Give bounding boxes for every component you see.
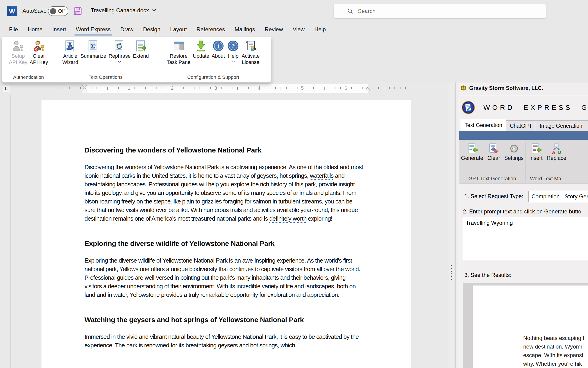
doc-paragraph-2: Exploring the diverse wildlife of Yellow… <box>85 256 363 299</box>
tab-design[interactable]: Design <box>138 22 165 37</box>
tab-mailings[interactable]: Mailings <box>230 22 260 37</box>
svg-text:Σ: Σ <box>90 42 95 50</box>
ruler-number: 1 <box>126 85 132 91</box>
pane-header-bar <box>459 131 588 140</box>
extend-button[interactable]: Extend <box>132 39 150 59</box>
tab-layout[interactable]: Layout <box>165 22 192 37</box>
prompt-instruction-label: 2. Enter prompt text and click on Genera… <box>463 208 581 215</box>
pane-tab-chatgpt[interactable]: ChatGPT <box>506 120 536 131</box>
result-line: Nothing beats escaping t <box>523 334 584 342</box>
about-button[interactable]: i About <box>211 39 226 59</box>
tab-home[interactable]: Home <box>23 22 47 37</box>
update-button[interactable]: Update <box>192 39 211 59</box>
toolbar-group-gpt-text-generation: Generate Clear <box>459 140 525 184</box>
document-content: Discovering the wonders of Yellowstone N… <box>41 100 411 350</box>
tab-view[interactable]: View <box>288 22 309 37</box>
restore-task-pane-button[interactable]: Restore Task Pane <box>166 39 192 65</box>
prompt-input[interactable]: Travelling Wyoning <box>463 217 588 260</box>
ruler-half-ticks <box>64 87 407 90</box>
group-label-text-operations: Text Operations <box>88 74 123 82</box>
tab-review[interactable]: Review <box>260 22 288 37</box>
pane-tab-text-generation[interactable]: Text Generation <box>461 119 506 131</box>
activate-license-button[interactable]: Activate License <box>240 39 261 65</box>
pane-form: 1. Select Request Type: Completion - Sto… <box>459 184 588 368</box>
ab-replace-icon: A B <box>551 143 562 154</box>
summarize-button[interactable]: Σ Summarize <box>79 39 107 59</box>
vendor-name: Gravity Storm Software, LLC. <box>469 85 543 91</box>
tab-stop-selector[interactable]: L <box>3 85 10 92</box>
document-title: Travelling Canada.docx <box>91 7 149 14</box>
help-button[interactable]: ? Help <box>226 39 240 64</box>
search-box[interactable] <box>334 4 546 18</box>
chevron-down-icon[interactable] <box>152 8 156 12</box>
ribbon-group-text-operations: Article Wizard Σ Summarize <box>55 37 156 82</box>
svg-text:A: A <box>552 150 555 154</box>
document-canvas[interactable]: Discovering the wonders of Yellowstone N… <box>41 100 411 368</box>
document-eraser-icon <box>488 143 499 154</box>
right-indent-marker[interactable] <box>365 88 370 92</box>
tab-draw[interactable]: Draw <box>115 22 138 37</box>
ruler-number: 6 <box>343 85 348 91</box>
results-document-preview: Nothing beats escaping t new destination… <box>473 285 588 368</box>
generate-button[interactable]: Generate <box>459 143 485 161</box>
result-line: escape. With its expansi <box>523 351 584 359</box>
document-insert-icon <box>530 143 542 154</box>
toolbar-group-label: Word Text Ma... <box>526 176 570 184</box>
doc-paragraph-3: Immersed in the vivid and vibrant natura… <box>85 332 363 350</box>
indent-marker[interactable] <box>82 83 87 94</box>
clear-button[interactable]: Clear <box>485 143 502 161</box>
group-label-configuration-support: Configuration & Support <box>187 74 239 82</box>
svg-text:B: B <box>558 150 561 154</box>
pane-tab-speech[interactable]: Speech T <box>586 120 588 131</box>
pane-splitter[interactable] <box>449 83 457 368</box>
clear-api-key-button[interactable]: Clear API Key <box>28 39 49 65</box>
word-express-task-pane: Gravity Storm Software, LLC. WORD EXPRES… <box>457 83 588 368</box>
ruler-number: 2 <box>170 85 175 91</box>
document-area: L 1 2 3 4 5 6 Discoverin <box>0 83 449 368</box>
doc-heading-1: Discovering the wonders of Yellowstone N… <box>85 146 363 154</box>
rephrase-dropdown-chevron[interactable] <box>118 60 122 64</box>
result-line: why. Whether you're hik <box>523 359 584 368</box>
pane-tab-image-generation[interactable]: Image Generation <box>536 120 586 131</box>
svg-text:i: i <box>217 42 219 50</box>
sigma-document-icon: Σ <box>87 40 99 52</box>
tab-help[interactable]: Help <box>309 22 331 37</box>
request-type-select[interactable]: Completion - Story Ger <box>528 191 588 202</box>
extend-document-icon <box>135 40 147 52</box>
splitter-grip[interactable] <box>451 265 452 280</box>
save-icon[interactable] <box>74 7 82 15</box>
tab-references[interactable]: References <box>192 22 230 37</box>
results-viewer[interactable]: Nothing beats escaping t new destination… <box>463 283 588 368</box>
doc-heading-3: Watching the geysers and hot springs of … <box>85 316 363 324</box>
results-label: 3. See the Results: <box>464 272 511 278</box>
setup-api-key-button: Setup API Key <box>8 39 28 65</box>
search-input[interactable] <box>358 8 534 14</box>
insert-button[interactable]: Insert <box>527 143 545 161</box>
word-window: W AutoSave Off Travelling Canada.docx Fi… <box>0 0 588 368</box>
ruler-number: 3 <box>213 85 218 91</box>
result-line: new destination. Wyomi <box>523 342 584 351</box>
replace-button[interactable]: A B Replace <box>545 143 568 161</box>
tab-word-express[interactable]: Word Express <box>71 22 115 37</box>
help-dropdown-chevron[interactable] <box>231 60 235 64</box>
wizard-hat-document-icon <box>64 40 76 52</box>
task-pane-tabs: Text Generation ChatGPT Image Generation… <box>461 119 588 131</box>
tab-insert[interactable]: Insert <box>47 22 71 37</box>
toggle-knob <box>50 8 56 14</box>
tab-file[interactable]: File <box>4 22 23 37</box>
settings-button[interactable]: Settings <box>502 143 526 161</box>
recycle-document-icon <box>114 40 126 52</box>
doc-paragraph-1: Discovering the wonders of Yellowstone N… <box>85 163 363 223</box>
article-wizard-button[interactable]: Article Wizard <box>61 39 79 65</box>
autosave-toggle[interactable]: Off <box>48 6 68 16</box>
word-express-logo-icon <box>462 101 475 114</box>
request-type-label: 1. Select Request Type: <box>464 193 523 200</box>
svg-text:?: ? <box>231 42 235 50</box>
rephrase-button[interactable]: Rephrase <box>107 39 132 64</box>
question-circle-icon: ? <box>227 40 239 52</box>
document-plus-icon <box>466 143 478 154</box>
doc-heading-2: Exploring the diverse wildlife of Yellow… <box>85 240 363 248</box>
app-title: WORD EXPRESS G <box>483 104 588 111</box>
search-icon <box>347 8 353 14</box>
pane-toolbar: Generate Clear <box>459 140 588 184</box>
